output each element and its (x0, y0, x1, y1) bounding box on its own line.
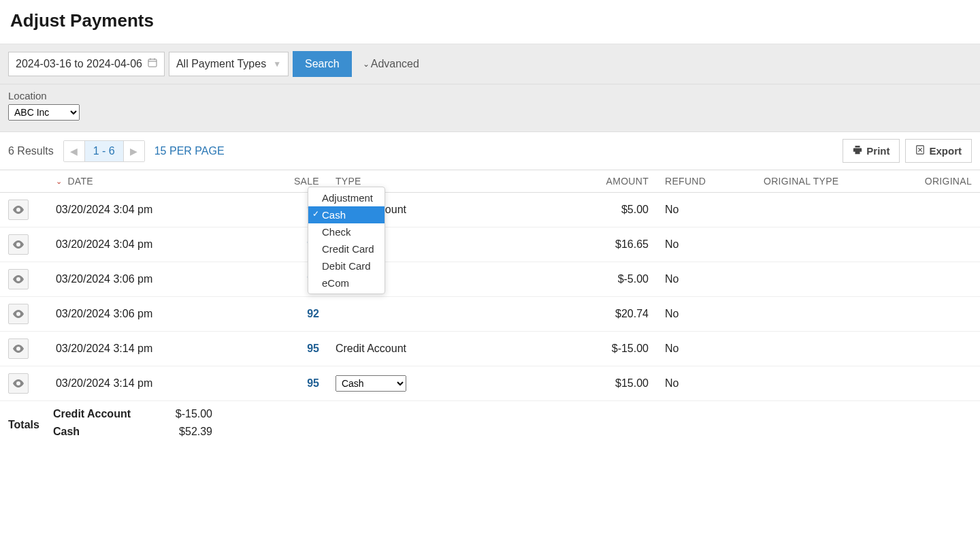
cell-original-type (755, 193, 912, 227)
date-range-picker[interactable]: 2024-03-16 to 2024-04-06 (8, 52, 165, 76)
location-select[interactable]: ABC Inc (8, 104, 80, 121)
cell-original (912, 262, 980, 297)
payments-table: ⌄ DATE SALE TYPE AMOUNT REFUND ORIGINAL … (0, 170, 980, 445)
pager: ◀ 1 - 6 ▶ (63, 140, 145, 162)
cell-type (327, 297, 558, 332)
print-icon (853, 145, 862, 157)
cell-amount: $-5.00 (558, 262, 657, 297)
cell-date: 03/20/2024 3:14 pm (48, 332, 286, 366)
cell-date: 03/20/2024 3:04 pm (48, 193, 286, 227)
print-label: Print (866, 145, 889, 157)
export-icon (915, 145, 925, 157)
cell-original (912, 332, 980, 366)
table-row: 03/20/2024 3:04 pm93Credit Account$5.00N… (0, 193, 980, 227)
view-row-button[interactable] (8, 234, 29, 255)
type-option[interactable]: Adjustment (308, 189, 385, 206)
advanced-label: Advanced (371, 58, 419, 70)
type-option[interactable]: Debit Card (308, 257, 385, 274)
table-row: 03/20/2024 3:14 pm95Cash$15.00No (0, 366, 980, 401)
totals-label: Totals (0, 401, 48, 445)
cell-original-type (755, 366, 912, 401)
view-row-button[interactable] (8, 338, 29, 359)
cell-refund: No (657, 332, 755, 366)
sale-link[interactable]: 92 (307, 308, 319, 319)
col-original[interactable]: ORIGINAL (912, 170, 980, 193)
table-row: 03/20/2024 3:06 pm92$-5.00No (0, 262, 980, 297)
cell-original (912, 297, 980, 332)
cell-amount: $16.65 (558, 227, 657, 262)
export-label: Export (929, 145, 962, 157)
cell-amount: $15.00 (558, 366, 657, 401)
cell-date: 03/20/2024 3:14 pm (48, 366, 286, 401)
cell-original-type (755, 262, 912, 297)
type-dropdown-menu[interactable]: AdjustmentCashCheckCredit CardDebit Card… (308, 187, 385, 294)
calendar-icon (148, 58, 157, 70)
view-row-button[interactable] (8, 200, 29, 220)
view-row-button[interactable] (8, 269, 29, 289)
totals-line-amount: $52.39 (139, 423, 220, 445)
svg-rect-0 (148, 59, 157, 67)
date-range-text: 2024-03-16 to 2024-04-06 (16, 58, 142, 70)
page-title: Adjust Payments (10, 10, 970, 31)
sort-desc-icon: ⌄ (56, 177, 62, 186)
cell-amount: $5.00 (558, 193, 657, 227)
col-date[interactable]: ⌄ DATE (48, 170, 286, 193)
advanced-toggle[interactable]: ⌄ Advanced (363, 58, 419, 70)
cell-amount: $20.74 (558, 297, 657, 332)
pager-prev-button[interactable]: ◀ (64, 141, 84, 161)
table-row: 03/20/2024 3:06 pm92$20.74No (0, 297, 980, 332)
cell-refund: No (657, 297, 755, 332)
chevron-down-icon: ▼ (273, 59, 281, 69)
type-option[interactable]: Cash (308, 206, 385, 223)
cell-original-type (755, 332, 912, 366)
view-row-button[interactable] (8, 304, 29, 324)
search-button[interactable]: Search (293, 51, 352, 77)
type-option[interactable]: Check (308, 223, 385, 240)
cell-original-type (755, 297, 912, 332)
cell-refund: No (657, 193, 755, 227)
cell-date: 03/20/2024 3:04 pm (48, 227, 286, 262)
cell-type: Credit Account (327, 332, 558, 366)
table-row: 03/20/2024 3:04 pm93Cash$16.65No (0, 227, 980, 262)
sale-link[interactable]: 95 (307, 377, 319, 389)
cell-date: 03/20/2024 3:06 pm (48, 297, 286, 332)
cell-type: Cash (327, 366, 558, 401)
pager-range[interactable]: 1 - 6 (84, 141, 124, 161)
col-refund[interactable]: REFUND (657, 170, 755, 193)
print-button[interactable]: Print (843, 139, 900, 163)
pager-next-button[interactable]: ▶ (124, 141, 144, 161)
view-row-button[interactable] (8, 373, 29, 394)
col-view (0, 170, 48, 193)
payment-type-label: All Payment Types (176, 58, 266, 70)
cell-refund: No (657, 366, 755, 401)
type-option[interactable]: eCom (308, 274, 385, 291)
chevron-down-icon: ⌄ (363, 59, 370, 69)
cell-original (912, 366, 980, 401)
cell-refund: No (657, 262, 755, 297)
table-row: 03/20/2024 3:14 pm95Credit Account$-15.0… (0, 332, 980, 366)
cell-original-type (755, 227, 912, 262)
cell-refund: No (657, 227, 755, 262)
location-label: Location (8, 90, 972, 101)
sale-link[interactable]: 95 (307, 343, 319, 354)
payment-type-dropdown[interactable]: All Payment Types ▼ (169, 52, 289, 76)
type-select[interactable]: Cash (336, 375, 406, 392)
type-option[interactable]: Credit Card (308, 240, 385, 257)
results-count: 6 Results (8, 145, 54, 157)
export-button[interactable]: Export (905, 139, 972, 163)
col-amount[interactable]: AMOUNT (558, 170, 657, 193)
cell-date: 03/20/2024 3:06 pm (48, 262, 286, 297)
col-original-type[interactable]: ORIGINAL TYPE (755, 170, 912, 193)
totals-line-label: Cash (48, 423, 139, 445)
totals-line-amount: $-15.00 (139, 401, 220, 423)
cell-original (912, 227, 980, 262)
cell-original (912, 193, 980, 227)
per-page-link[interactable]: 15 PER PAGE (154, 145, 225, 157)
totals-line-label: Credit Account (48, 401, 139, 423)
col-date-label: DATE (67, 176, 93, 187)
cell-amount: $-15.00 (558, 332, 657, 366)
